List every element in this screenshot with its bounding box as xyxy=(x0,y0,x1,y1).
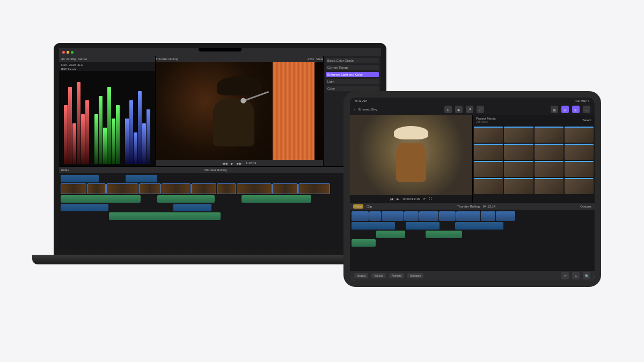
title-clip[interactable] xyxy=(126,175,157,182)
audio-clip[interactable] xyxy=(455,222,503,230)
undo-icon[interactable]: ↶ xyxy=(561,272,569,279)
media-thumbnail[interactable] xyxy=(474,144,503,160)
more-icon[interactable]: ⋯ xyxy=(583,106,590,113)
volume-button[interactable]: Volume xyxy=(371,273,386,278)
video-clip[interactable] xyxy=(382,211,404,221)
voiceover-icon[interactable]: 🎤 xyxy=(466,106,473,113)
video-clip[interactable] xyxy=(106,183,138,194)
back-button[interactable]: ‹ xyxy=(354,108,355,111)
options-button[interactable]: Options xyxy=(580,205,591,208)
skip-forward-icon[interactable]: ▶▶ xyxy=(237,161,242,165)
timeline-tracks[interactable] xyxy=(350,210,595,271)
video-clip[interactable] xyxy=(456,211,480,221)
video-clip[interactable] xyxy=(439,211,456,221)
video-clip[interactable] xyxy=(419,211,438,221)
media-thumbnail[interactable] xyxy=(504,178,533,194)
audio-clip[interactable] xyxy=(352,222,395,230)
browser-toggle-icon[interactable]: ▦ xyxy=(561,106,569,113)
video-clip[interactable] xyxy=(191,183,217,194)
media-thumbnail[interactable] xyxy=(565,178,594,194)
animate-button[interactable]: Animate xyxy=(389,273,404,278)
enhance-button[interactable]: Enhance Light and Color xyxy=(326,72,379,77)
audio-clip[interactable] xyxy=(426,231,462,238)
video-clip[interactable] xyxy=(87,183,106,194)
media-thumbnail[interactable] xyxy=(535,178,564,194)
import-icon[interactable]: ⬇ xyxy=(444,106,452,113)
fullscreen-icon[interactable]: ⛶ xyxy=(429,197,432,201)
media-thumbnail[interactable] xyxy=(474,127,503,143)
media-thumbnail[interactable] xyxy=(474,161,503,177)
media-thumbnail[interactable] xyxy=(565,127,594,143)
camera-icon[interactable]: ◉ xyxy=(455,106,463,113)
timeline-tracks[interactable] xyxy=(59,173,381,249)
video-clip[interactable] xyxy=(481,211,495,221)
video-clip[interactable] xyxy=(298,183,330,194)
transport-bar: ◀◀ ▶ ▶▶ 1:12:03 xyxy=(156,160,323,166)
video-clip[interactable] xyxy=(369,211,382,221)
media-grid[interactable] xyxy=(473,125,595,203)
maximize-icon[interactable] xyxy=(71,51,74,54)
skip-back-icon[interactable]: ◀◀ xyxy=(222,161,228,165)
view-menu[interactable]: View xyxy=(316,57,323,61)
zoom-icon[interactable]: 🔍 xyxy=(583,272,590,279)
audio-clip[interactable] xyxy=(241,195,312,203)
video-clip[interactable] xyxy=(352,211,369,221)
final-cut-pro-ipad: 9:41 AM Tue May 7 ‹ Emmett Silvy ⬇ ◉ 🎤 ⤴… xyxy=(350,98,595,280)
video-preview[interactable] xyxy=(156,62,323,160)
status-bar: 9:41 AM Tue May 7 xyxy=(350,98,595,104)
media-thumbnail[interactable] xyxy=(565,144,594,160)
date-label: Tue May 7 xyxy=(574,99,589,102)
media-thumbnail[interactable] xyxy=(474,178,503,194)
video-clip[interactable] xyxy=(272,183,298,194)
video-clip[interactable] xyxy=(139,183,162,194)
video-clip[interactable] xyxy=(496,211,515,221)
project-title: Thunder Rolling xyxy=(156,57,178,61)
timecode-display[interactable]: 00:00:12:15 xyxy=(402,197,420,201)
audio-clip[interactable] xyxy=(173,204,211,211)
media-thumbnail[interactable] xyxy=(535,161,564,177)
media-thumbnail[interactable] xyxy=(535,127,564,143)
media-thumbnail[interactable] xyxy=(535,144,564,160)
audio-clip[interactable] xyxy=(376,231,405,238)
main-marker[interactable]: Main xyxy=(353,204,363,209)
multicam-button[interactable]: Multicam xyxy=(407,273,423,278)
range-control[interactable]: Current Range xyxy=(326,65,379,70)
media-thumbnail[interactable] xyxy=(504,144,533,160)
audio-clip[interactable] xyxy=(157,195,215,203)
media-thumbnail[interactable] xyxy=(504,127,533,143)
media-thumbnail[interactable] xyxy=(504,161,533,177)
zoom-level[interactable]: 46% xyxy=(308,57,316,61)
color-section[interactable]: Color xyxy=(326,86,379,91)
table-row xyxy=(61,204,379,211)
video-clip[interactable] xyxy=(217,183,236,194)
video-preview[interactable] xyxy=(350,115,472,195)
close-icon[interactable] xyxy=(62,51,65,54)
skip-start-icon[interactable]: |◀ xyxy=(390,197,394,201)
play-icon[interactable]: ▶ xyxy=(231,161,233,165)
table-row xyxy=(352,231,593,238)
video-clip[interactable] xyxy=(404,211,419,221)
minimize-icon[interactable] xyxy=(67,51,69,54)
index-button[interactable]: Index xyxy=(61,168,69,172)
media-thumbnail[interactable] xyxy=(565,161,594,177)
table-row xyxy=(61,183,379,194)
select-button[interactable]: Select xyxy=(582,119,591,122)
inspector-toggle-icon[interactable]: ◧ xyxy=(572,106,580,113)
title-clip[interactable] xyxy=(61,175,99,182)
inspect-button[interactable]: Inspect xyxy=(354,273,368,278)
music-clip[interactable] xyxy=(352,239,376,247)
video-clip[interactable] xyxy=(61,183,86,194)
light-section[interactable]: Light xyxy=(326,79,379,84)
audio-clip[interactable] xyxy=(61,195,141,203)
layout-icon[interactable]: ▦ xyxy=(551,106,558,113)
audio-clip[interactable] xyxy=(406,222,440,230)
loop-icon[interactable]: ⟳ xyxy=(423,197,426,201)
trim-icon[interactable]: ✂ xyxy=(572,272,580,279)
rgb-parade-scope[interactable] xyxy=(59,71,155,166)
audio-clip[interactable] xyxy=(61,204,108,211)
video-clip[interactable] xyxy=(237,183,272,194)
video-clip[interactable] xyxy=(162,183,190,194)
play-icon[interactable]: ▶ xyxy=(397,197,399,201)
share-icon[interactable]: ⤴ xyxy=(477,106,484,113)
music-clip[interactable] xyxy=(109,212,221,220)
